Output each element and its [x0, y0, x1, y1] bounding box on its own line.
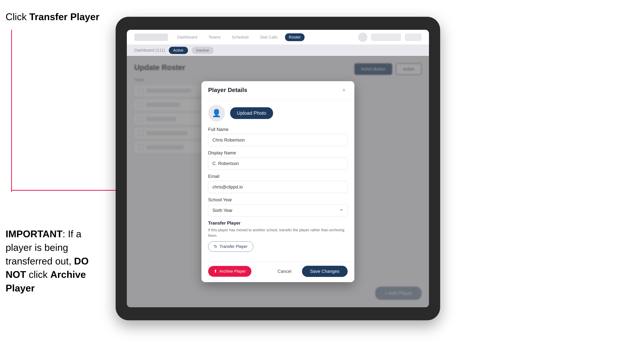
archive-icon: ⬆ [214, 269, 217, 274]
modal-footer: ⬆ Archive Player Cancel Save Changes [202, 262, 354, 282]
header-avatar [358, 33, 368, 42]
app-nav: Dashboard Teams Schedule Stat Calls Rost… [174, 33, 352, 41]
display-name-group: Display Name [208, 150, 348, 170]
instruction-suffix: click [26, 269, 50, 280]
transfer-section: Transfer Player If this player has moved… [208, 220, 348, 252]
header-right [358, 33, 422, 42]
transfer-section-title: Transfer Player [208, 220, 348, 226]
nav-item-schedule[interactable]: Schedule [228, 33, 252, 41]
nav-item-roster[interactable]: Roster [285, 33, 304, 41]
header-secondary-btn[interactable] [405, 33, 422, 41]
email-input[interactable] [208, 181, 348, 193]
archive-player-button[interactable]: ⬆ Archive Player [208, 266, 252, 277]
avatar: 👤 [208, 105, 225, 122]
sub-header: Dashboard (111) Active Inactive [127, 45, 429, 56]
instruction-top: Click Transfer Player [6, 11, 100, 22]
modal-close-button[interactable]: × [340, 86, 348, 94]
nav-item-dashboard[interactable]: Dashboard [174, 33, 201, 41]
photo-upload-row: 👤 Upload Photo [208, 105, 348, 122]
content-area: Update Roster Team +100 +100 [127, 56, 429, 307]
tablet-screen: Dashboard Teams Schedule Stat Calls Rost… [127, 30, 429, 307]
modal-overlay: Player Details × 👤 Upload Photo [127, 56, 429, 307]
school-year-select[interactable]: First Year Second Year Third Year Fourth… [208, 204, 348, 216]
nav-item-teams[interactable]: Teams [205, 33, 224, 41]
email-group: Email [208, 174, 348, 193]
nav-item-statcalls[interactable]: Stat Calls [256, 33, 281, 41]
arrow-vertical [11, 30, 12, 192]
instruction-important: IMPORTANT [6, 228, 62, 239]
full-name-input[interactable] [208, 134, 348, 146]
modal-body: 👤 Upload Photo Full Name Display Name [202, 99, 354, 262]
avatar-icon: 👤 [212, 109, 221, 118]
app-logo [134, 33, 168, 41]
full-name-label: Full Name [208, 127, 348, 132]
player-details-modal: Player Details × 👤 Upload Photo [202, 81, 354, 282]
header-action-btn[interactable] [371, 33, 401, 41]
display-name-input[interactable] [208, 157, 348, 170]
save-changes-button[interactable]: Save Changes [302, 266, 348, 277]
filter-active-btn[interactable]: Active [169, 47, 188, 54]
archive-player-label: Archive Player [219, 269, 246, 274]
instruction-prefix: Click [6, 11, 29, 22]
full-name-group: Full Name [208, 127, 348, 146]
filter-inactive-btn[interactable]: Inactive [192, 47, 214, 54]
footer-right: Cancel Save Changes [271, 266, 348, 277]
display-name-label: Display Name [208, 150, 348, 156]
sub-header-text: Dashboard (111) [134, 48, 165, 53]
transfer-player-label: Transfer Player [220, 244, 248, 249]
transfer-player-button[interactable]: ↻ Transfer Player [208, 241, 253, 252]
app-header: Dashboard Teams Schedule Stat Calls Rost… [127, 30, 429, 45]
instruction-highlight: Transfer Player [29, 11, 100, 22]
transfer-description: If this player has moved to another scho… [208, 227, 348, 238]
modal-title: Player Details [208, 87, 247, 93]
tablet-device: Dashboard Teams Schedule Stat Calls Rost… [116, 17, 440, 320]
instruction-bottom: IMPORTANT: If a player is being transfer… [6, 227, 110, 295]
email-label: Email [208, 174, 348, 179]
school-year-label: School Year [208, 197, 348, 202]
cancel-button[interactable]: Cancel [271, 266, 298, 277]
upload-photo-button[interactable]: Upload Photo [230, 107, 273, 119]
modal-header: Player Details × [202, 81, 354, 99]
school-year-group: School Year First Year Second Year Third… [208, 197, 348, 216]
transfer-icon: ↻ [214, 244, 217, 249]
